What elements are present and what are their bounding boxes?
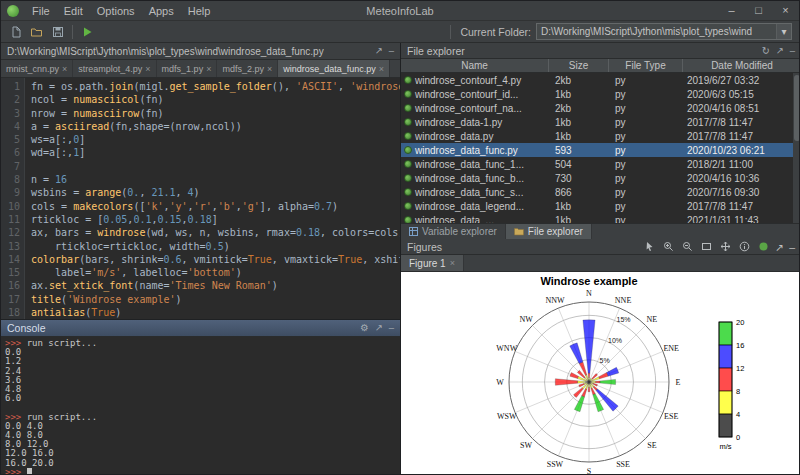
dropdown-arrow-icon[interactable]: ▾ xyxy=(776,24,791,39)
minimize-button[interactable]: – xyxy=(718,1,745,21)
console-line: 0.0 4.0 xyxy=(5,422,400,431)
console-line: 2.4 xyxy=(5,367,400,376)
minimize-panel-icon[interactable]: – xyxy=(789,241,795,253)
svg-text:SSE: SSE xyxy=(616,460,630,469)
code-line[interactable] xyxy=(31,160,400,173)
column-header-name[interactable]: Name xyxy=(401,59,549,72)
code-line[interactable]: cols = makecolors(['k','y','r','b','g'],… xyxy=(31,200,400,213)
svg-text:WNW: WNW xyxy=(496,344,517,353)
editor-tab[interactable]: mdfs_2.py× xyxy=(217,60,278,77)
current-folder-select[interactable]: D:\Working\MIScript\Jython\mis\plot_type… xyxy=(536,23,792,40)
code-line[interactable]: ws=a[:,0] xyxy=(31,133,400,146)
float-panel-icon[interactable]: ↗ xyxy=(776,46,784,56)
file-rows: windrose_contourf_4.py2kbpy2019/6/27 03:… xyxy=(401,73,800,223)
float-panel-icon[interactable]: ↗ xyxy=(375,46,383,56)
editor-tab[interactable]: windrose_data_func.py× xyxy=(278,60,390,77)
column-header-date-modified[interactable]: Date Modified xyxy=(683,59,800,72)
file-row[interactable]: windrose_contourf_na...2kbpy2020/4/16 08… xyxy=(401,101,800,115)
minimize-panel-icon[interactable]: – xyxy=(790,46,795,56)
file-row[interactable]: windrose_data_legend...1kbpy2017/7/8 11:… xyxy=(401,199,800,213)
file-row[interactable]: windrose_data_func_s...866py2020/7/16 09… xyxy=(401,185,800,199)
code-lines[interactable]: fn = os.path.join(migl.get_sample_folder… xyxy=(25,78,400,319)
column-header-size[interactable]: Size xyxy=(549,59,609,72)
code-line[interactable]: a = asciiread(fn,shape=(nrow,ncol)) xyxy=(31,120,400,133)
zoom-in-icon[interactable] xyxy=(661,240,675,253)
code-line[interactable]: wsbins = arange(0., 21.1, 4) xyxy=(31,186,400,199)
editor-tab[interactable]: mnist_cnn.py× xyxy=(1,60,73,77)
refresh-icon[interactable]: ↻ xyxy=(762,46,770,56)
code-line[interactable]: ncol = numasciicol(fn) xyxy=(31,93,400,106)
tab-variable-explorer[interactable]: Variable explorer xyxy=(401,224,506,239)
file-row[interactable]: windrose_data_func.py593py2020/10/23 06:… xyxy=(401,143,800,157)
file-row[interactable]: windrose_data-1.py1kbpy2017/7/8 11:47 xyxy=(401,115,800,129)
svg-text:WSW: WSW xyxy=(497,412,517,421)
figures-title: Figures xyxy=(407,241,442,253)
figure-canvas[interactable]: NNNENEENEEESESESSESSSWSWWSWWWNWNWNNW5%10… xyxy=(401,272,800,475)
console-line: 8.0 12.0 xyxy=(5,440,400,449)
editor-tab[interactable]: mdfs_1.py× xyxy=(157,60,218,77)
tab-close-icon[interactable]: × xyxy=(379,64,384,74)
tab-file-explorer[interactable]: File explorer xyxy=(506,224,592,239)
file-row[interactable]: windrose_data_...1kbpy2021/1/31 11:43 xyxy=(401,213,800,223)
file-row[interactable]: windrose_contourf_4.py2kbpy2019/6/27 03:… xyxy=(401,73,800,87)
menu-edit[interactable]: Edit xyxy=(57,1,90,21)
full-extent-icon[interactable] xyxy=(699,240,713,253)
editor-tab[interactable]: streamplot_4.py× xyxy=(73,60,156,77)
menu-file[interactable]: File xyxy=(25,1,57,21)
maximize-button[interactable]: □ xyxy=(745,1,772,21)
python-file-icon xyxy=(404,76,412,84)
select-cursor-icon[interactable] xyxy=(642,240,656,253)
current-folder-value: D:\Working\MIScript\Jython\mis\plot_type… xyxy=(541,26,752,37)
python-file-icon xyxy=(404,216,412,223)
code-line[interactable]: label='m/s', labelloc='bottom') xyxy=(31,266,400,279)
file-row[interactable]: windrose_data.py1kbpy2017/7/8 11:47 xyxy=(401,129,800,143)
menu-help[interactable]: Help xyxy=(181,1,218,21)
new-file-button[interactable] xyxy=(5,22,26,41)
console-output[interactable]: >>> run script...0.01.22.43.64.86.0 >>> … xyxy=(1,337,400,475)
code-line[interactable]: rtickloc = [0.05,0.1,0.15,0.18] xyxy=(31,213,400,226)
save-button[interactable] xyxy=(47,22,68,41)
file-row[interactable]: windrose_data_func_b...730py2020/4/16 10… xyxy=(401,171,800,185)
file-list-scrollbar[interactable] xyxy=(793,73,800,223)
open-file-button[interactable] xyxy=(26,22,47,41)
float-panel-icon[interactable]: ↗ xyxy=(775,241,784,253)
tab-figure-1[interactable]: Figure 1 × xyxy=(401,255,464,271)
column-header-file-type[interactable]: File Type xyxy=(609,59,683,72)
gear-icon[interactable]: ⚙ xyxy=(360,323,369,333)
code-line[interactable]: fn = os.path.join(migl.get_sample_folder… xyxy=(31,80,400,93)
minimize-panel-icon[interactable]: – xyxy=(389,46,394,56)
python-file-icon xyxy=(404,188,412,196)
tab-close-icon[interactable]: × xyxy=(267,64,272,74)
menu-options[interactable]: Options xyxy=(90,1,142,21)
file-row[interactable]: windrose_data_func_1...504py2018/2/1 11:… xyxy=(401,157,800,171)
float-panel-icon[interactable]: ↗ xyxy=(375,323,383,333)
tab-close-icon[interactable]: × xyxy=(62,64,67,74)
close-button[interactable]: × xyxy=(772,1,799,21)
menu-apps[interactable]: Apps xyxy=(142,1,181,21)
code-line[interactable]: rtickloc=rtickloc, width=0.5) xyxy=(31,240,400,253)
code-editor[interactable]: 123456789101112131415161718 fn = os.path… xyxy=(1,78,400,319)
tab-label: mdfs_1.py xyxy=(162,64,204,74)
code-line[interactable]: colorbar(bars, shrink=0.6, vmintick=True… xyxy=(31,253,400,266)
code-line[interactable]: ax.set_xtick_font(name='Times New Roman'… xyxy=(31,279,400,292)
tab-close-icon[interactable]: × xyxy=(450,258,455,268)
scrollbar-thumb[interactable] xyxy=(794,75,800,141)
tab-close-icon[interactable]: × xyxy=(206,64,211,74)
tab-close-icon[interactable]: × xyxy=(145,64,150,74)
code-line[interactable]: antialias(True) xyxy=(31,306,400,319)
zoom-out-icon[interactable] xyxy=(680,240,694,253)
run-script-button[interactable] xyxy=(77,22,98,41)
code-line[interactable]: title('Windrose example') xyxy=(31,293,400,306)
meteoinfo-logo-icon xyxy=(7,5,19,17)
python-file-icon xyxy=(404,118,412,126)
code-line[interactable]: nrow = numasciirow(fn) xyxy=(31,107,400,120)
code-line[interactable]: ax, bars = windrose(wd, ws, n, wsbins, r… xyxy=(31,226,400,239)
pan-icon[interactable] xyxy=(718,240,732,253)
code-line[interactable]: n = 16 xyxy=(31,173,400,186)
code-line[interactable]: wd=a[:,1] xyxy=(31,146,400,159)
identify-icon[interactable] xyxy=(737,240,751,253)
minimize-panel-icon[interactable]: – xyxy=(389,323,394,333)
console-line: 12.0 16.0 xyxy=(5,449,400,458)
file-row[interactable]: windrose_contourf_id...1kbpy2020/6/3 05:… xyxy=(401,87,800,101)
animation-icon[interactable] xyxy=(756,240,770,253)
